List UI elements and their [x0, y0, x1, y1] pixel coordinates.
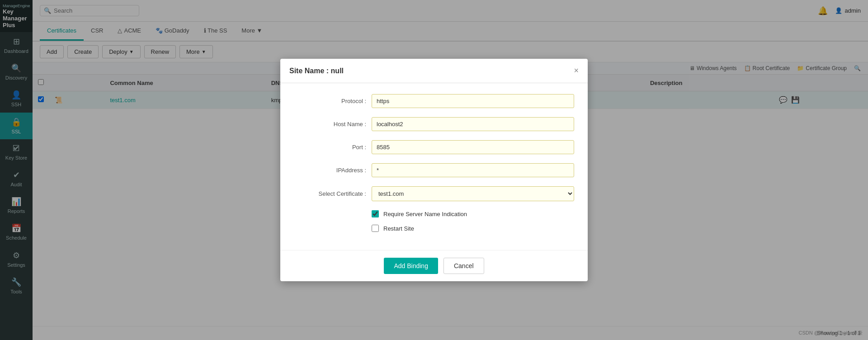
hostname-label: Host Name : — [294, 121, 366, 128]
port-row: Port : — [294, 140, 574, 154]
cancel-button[interactable]: Cancel — [443, 258, 484, 274]
ipaddress-label: IPAddress : — [294, 167, 366, 174]
modal-dialog: Site Name : null × Protocol : Host Name … — [280, 59, 588, 281]
select-cert-row: Select Certificate : test1.com — [294, 186, 574, 201]
restart-site-checkbox[interactable] — [372, 225, 379, 232]
select-cert-label: Select Certificate : — [294, 190, 366, 197]
protocol-label: Protocol : — [294, 98, 366, 104]
hostname-row: Host Name : — [294, 117, 574, 131]
port-label: Port : — [294, 144, 366, 151]
require-sni-label: Require Server Name Indication — [383, 211, 467, 217]
modal-title: Site Name : null — [289, 67, 344, 75]
modal-close-button[interactable]: × — [574, 66, 579, 76]
ipaddress-input[interactable] — [372, 163, 574, 177]
restart-site-label: Restart Site — [383, 225, 414, 232]
require-sni-row: Require Server Name Indication — [294, 210, 574, 217]
add-binding-button[interactable]: Add Binding — [384, 258, 438, 274]
modal-footer: Add Binding Cancel — [280, 250, 588, 281]
require-sni-checkbox[interactable] — [372, 210, 379, 217]
protocol-input[interactable] — [372, 94, 574, 108]
modal-overlay[interactable]: Site Name : null × Protocol : Host Name … — [0, 0, 868, 340]
select-cert-dropdown[interactable]: test1.com — [372, 186, 574, 201]
restart-site-row: Restart Site — [294, 225, 574, 232]
ipaddress-row: IPAddress : — [294, 163, 574, 177]
modal-body: Protocol : Host Name : Port : IPAddress … — [280, 83, 588, 250]
modal-header: Site Name : null × — [280, 59, 588, 83]
protocol-row: Protocol : — [294, 94, 574, 108]
port-input[interactable] — [372, 140, 574, 154]
hostname-input[interactable] — [372, 117, 574, 131]
